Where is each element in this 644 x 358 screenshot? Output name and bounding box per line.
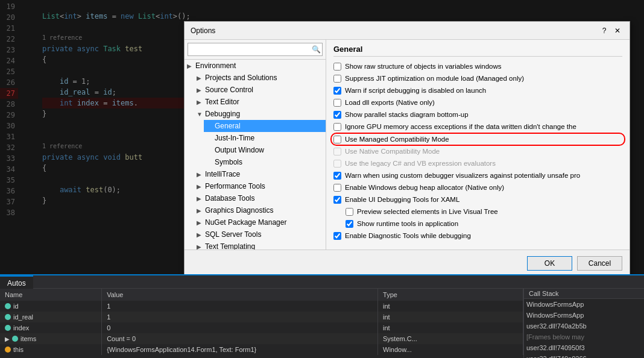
cancel-button[interactable]: Cancel [577, 256, 622, 271]
dialog-close-button[interactable]: ✕ [611, 25, 623, 37]
option-label-11: Enable Windows debug heap allocator (Nat… [345, 183, 504, 192]
dialog-title: Options [191, 27, 215, 35]
table-row: id 1 int [0, 301, 523, 312]
option-checkbox-9[interactable] [333, 160, 341, 168]
row-icon-id [5, 303, 11, 309]
options-dialog: Options ? ✕ 🔍 ▶ Environment ▶ Projects a… [184, 21, 630, 277]
expand-arrow-graphics: ▶ [197, 207, 204, 214]
expand-arrow-source: ▶ [197, 87, 204, 93]
option-row-10: Warn when using custom debugger visualiz… [333, 171, 622, 180]
expand-arrow-texteditor: ▶ [197, 99, 204, 105]
option-row-15: Enable Diagnostic Tools while debugging [333, 231, 622, 240]
call-stack-item: [Frames below may [524, 331, 644, 342]
tree-item-performance-tools[interactable]: ▶ Performance Tools [194, 180, 326, 192]
expand-arrow-symbols [206, 159, 213, 166]
table-row: id_real 1 int [0, 312, 523, 322]
option-checkbox-8[interactable] [333, 148, 341, 155]
option-row-8: Use Native Compatibility Mode [333, 146, 622, 156]
tree-item-debugging[interactable]: ▼ Debugging [194, 108, 326, 120]
tree-item-source-control[interactable]: ▶ Source Control [194, 84, 326, 96]
tree-item-nuget[interactable]: ▶ NuGet Package Manager [194, 216, 326, 228]
option-checkbox-10[interactable] [333, 172, 341, 180]
expand-arrow-environment: ▶ [187, 63, 194, 69]
expand-arrow-perf: ▶ [197, 183, 204, 190]
call-stack-item: WindowsFormsApp [524, 310, 644, 321]
option-checkbox-5[interactable] [333, 111, 341, 119]
ok-button[interactable]: OK [527, 256, 572, 271]
option-label-1: Show raw structure of objects in variabl… [345, 61, 502, 71]
dialog-window-controls: ? ✕ [598, 25, 623, 37]
option-checkbox-11[interactable] [333, 184, 341, 192]
call-stack-list: WindowsFormsApp WindowsFormsApp user32.d… [524, 299, 644, 358]
tree-item-text-templating[interactable]: ▶ Text Templating [194, 240, 326, 250]
option-label-13: Preview selected elements in Live Visual… [357, 207, 498, 216]
tree-item-environment[interactable]: ▶ Environment [185, 60, 326, 72]
tab-autos[interactable]: Autos [0, 275, 33, 289]
option-label-6: Ignore GPU memory access exceptions if t… [345, 122, 576, 131]
option-row-2: Suppress JIT optimization on module load… [333, 74, 622, 83]
table-row: index 0 int [0, 322, 523, 333]
option-row-11: Enable Windows debug heap allocator (Nat… [333, 183, 622, 192]
tree-item-graphics-diagnostics[interactable]: ▶ Graphics Diagnostics [194, 204, 326, 216]
row-icon-items [12, 336, 18, 342]
expand-arrow-texttempl: ▶ [197, 243, 204, 250]
expand-arrow-debugging: ▼ [197, 111, 204, 118]
expand-arrow-nuget: ▶ [197, 219, 204, 226]
option-label-14: Show runtime tools in application [357, 219, 458, 228]
option-checkbox-4[interactable] [333, 99, 341, 107]
call-stack-item: user32.dll!740a2b5b [524, 321, 644, 331]
option-checkbox-2[interactable] [333, 75, 341, 83]
option-checkbox-12[interactable] [333, 196, 341, 204]
call-stack-title: Call Stack [524, 289, 644, 299]
tree-item-just-in-time[interactable]: Just-In-Time [204, 132, 326, 144]
options-content-panel: General Show raw structure of objects in… [326, 40, 630, 250]
option-row-12: Enable UI Debugging Tools for XAML [333, 195, 622, 204]
option-checkbox-13[interactable] [346, 208, 353, 216]
tree-item-projects-solutions[interactable]: ▶ Projects and Solutions [194, 72, 326, 84]
option-label-15: Enable Diagnostic Tools while debugging [345, 231, 471, 240]
option-checkbox-14[interactable] [346, 220, 353, 228]
tree-item-general[interactable]: General [204, 120, 326, 132]
search-box: 🔍 [185, 40, 326, 60]
dialog-help-button[interactable]: ? [598, 25, 610, 37]
table-row: ▶ items Count = 0 System.C... [0, 333, 523, 344]
option-checkbox-6[interactable] [333, 123, 341, 131]
expand-arrow-db: ▶ [197, 195, 204, 202]
option-row-3: Warn if script debugging is disabled on … [333, 86, 622, 95]
tree-item-symbols[interactable]: Symbols [204, 156, 326, 168]
search-icon: 🔍 [312, 45, 321, 54]
expand-arrow-sql: ▶ [197, 231, 204, 238]
option-checkbox-3[interactable] [333, 87, 341, 95]
option-row-13: Preview selected elements in Live Visual… [333, 207, 622, 216]
tree-item-sql-server[interactable]: ▶ SQL Server Tools [194, 228, 326, 240]
tree-item-text-editor[interactable]: ▶ Text Editor [194, 96, 326, 108]
option-row-4: Load dll exports (Native only) [333, 98, 622, 107]
option-label-8: Use Native Compatibility Mode [345, 146, 440, 156]
option-checkbox-7[interactable] [333, 136, 341, 143]
option-row-9: Use the legacy C# and VB expression eval… [333, 159, 622, 168]
tree-item-database-tools[interactable]: ▶ Database Tools [194, 192, 326, 204]
row-icon-index [5, 325, 11, 331]
expand-icon-items[interactable]: ▶ [5, 336, 10, 342]
bottom-panel: Autos Name Value Type id 1 int [0, 274, 644, 358]
table-row: this {WindowsFormsApplication14.Form1, T… [0, 344, 523, 355]
option-checkbox-15[interactable] [333, 232, 341, 240]
tree-item-output-window[interactable]: Output Window [204, 144, 326, 156]
option-row-6: Ignore GPU memory access exceptions if t… [333, 122, 622, 131]
option-label-3: Warn if script debugging is disabled on … [345, 86, 486, 95]
option-label-5: Show parallel stacks diagram bottom-up [345, 110, 469, 119]
expand-arrow-intellitrace: ▶ [197, 171, 204, 178]
row-icon-this [5, 347, 11, 353]
option-row-14: Show runtime tools in application [333, 219, 622, 228]
dialog-body: 🔍 ▶ Environment ▶ Projects and Solutions… [185, 40, 630, 250]
expand-arrow-general [206, 123, 213, 130]
expand-arrow-output [206, 147, 213, 154]
col-name: Name [0, 289, 102, 301]
content-title: General [333, 45, 622, 57]
option-label-7: Use Managed Compatibility Mode [345, 134, 449, 144]
option-checkbox-1[interactable] [333, 63, 341, 71]
dialog-footer: OK Cancel [185, 250, 630, 277]
option-label-4: Load dll exports (Native only) [345, 98, 435, 107]
options-search-input[interactable] [188, 43, 323, 56]
tree-item-intellitrace[interactable]: ▶ IntelliTrace [194, 168, 326, 180]
